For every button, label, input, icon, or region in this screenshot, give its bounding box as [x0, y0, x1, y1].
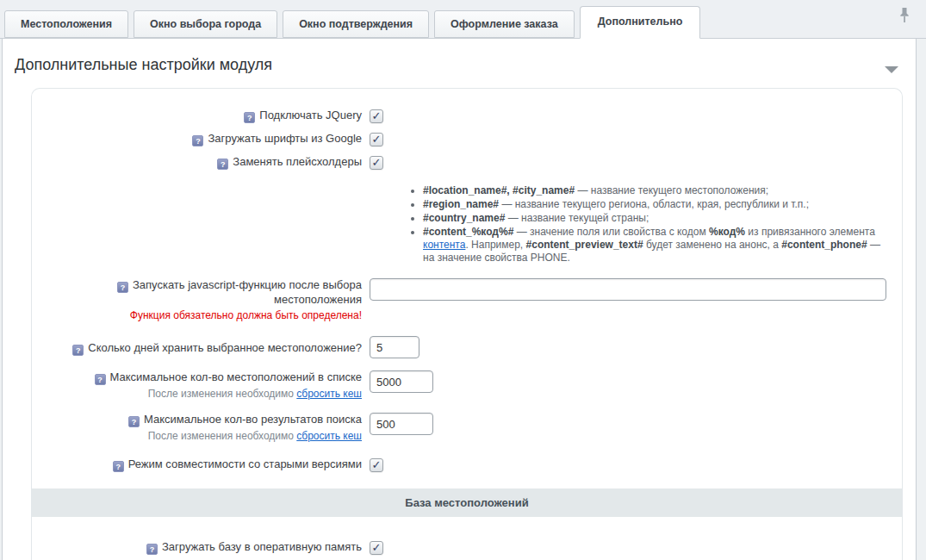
- row-compat: ?Режим совместимости со старыми версиями…: [32, 453, 902, 476]
- days-keep-input[interactable]: [370, 336, 419, 358]
- tab[interactable]: Окно подтверждения: [283, 10, 429, 38]
- field-label: ?Подключать JQuery: [32, 109, 370, 123]
- row-placeholders: ?Заменять плейсхолдеры ✓: [32, 151, 902, 174]
- tab-bar: МестоположенияОкно выбора городаОкно под…: [0, 0, 926, 39]
- field-label: ?Загружать базу в оперативную память: [32, 540, 370, 555]
- reset-cache-link[interactable]: сбросить кеш: [296, 388, 362, 400]
- tab[interactable]: Окно выбора города: [134, 10, 277, 38]
- compat-checkbox[interactable]: ✓: [370, 458, 383, 472]
- help-icon[interactable]: ?: [192, 135, 203, 146]
- js-function-input[interactable]: [370, 278, 886, 301]
- checkmark-icon: ✓: [370, 134, 382, 146]
- row-google-fonts: ?Загружать шрифты из Google ✓: [32, 128, 902, 151]
- field-label: ?Режим совместимости со старыми версиями: [32, 457, 370, 472]
- row-max-search: ?Максимальное кол-во результатов поиска …: [32, 413, 902, 443]
- help-icon[interactable]: ?: [95, 374, 106, 385]
- help-icon[interactable]: ?: [217, 159, 228, 170]
- help-icon[interactable]: ?: [146, 544, 158, 555]
- ram-checkbox[interactable]: ✓: [370, 541, 383, 555]
- row-jquery: ?Подключать JQuery ✓: [32, 104, 902, 128]
- google-fonts-checkbox[interactable]: ✓: [370, 133, 383, 146]
- help-icon[interactable]: ?: [113, 461, 124, 472]
- field-label: ?Заменять плейсхолдеры: [32, 155, 370, 170]
- max-locations-input[interactable]: [370, 370, 433, 393]
- content-link[interactable]: контента: [423, 239, 465, 251]
- js-function-warning: Функция обязательно должна быть определе…: [32, 308, 362, 322]
- tab[interactable]: Дополнительно: [580, 6, 701, 39]
- row-js-function: ?Запускать javascript-функцию после выбо…: [32, 278, 902, 322]
- jquery-checkbox[interactable]: ✓: [370, 109, 383, 123]
- bullet-item: #location_name#, #city_name# — название …: [423, 184, 893, 197]
- checkmark-icon: ✓: [370, 459, 382, 471]
- field-label: ?Максимальное кол-во местоположений в сп…: [32, 370, 370, 401]
- checkmark-icon: ✓: [370, 542, 382, 554]
- field-label: ?Сколько дней хранить выбранное местопол…: [32, 336, 370, 356]
- placeholders-help-block: #location_name#, #city_name# — название …: [408, 184, 893, 264]
- checkmark-icon: ✓: [370, 157, 382, 169]
- panel-header: Дополнительные настройки модуля: [3, 39, 916, 81]
- row-days-keep: ?Сколько дней хранить выбранное местопол…: [32, 336, 902, 358]
- row-ram: ?Загружать базу в оперативную память ✓: [32, 536, 902, 559]
- row-max-locations: ?Максимальное кол-во местоположений в сп…: [32, 370, 902, 401]
- bullet-item: #country_name# — название текущей страны…: [423, 212, 893, 225]
- reset-cache-note: После изменения необходимо сбросить кеш: [32, 429, 362, 443]
- section-band: База местоположений: [32, 488, 902, 517]
- field-label: ?Запускать javascript-функцию после выбо…: [32, 278, 370, 322]
- settings-panel: Дополнительные настройки модуля ?Подключ…: [2, 39, 917, 560]
- reset-cache-note: После изменения необходимо сбросить кеш: [32, 387, 362, 401]
- field-label: ?Загружать шрифты из Google: [32, 132, 370, 146]
- field-label: ?Максимальное кол-во результатов поиска …: [32, 413, 370, 443]
- settings-form: ?Подключать JQuery ✓ ?Загружать шрифты и…: [31, 88, 903, 560]
- help-icon[interactable]: ?: [244, 112, 255, 123]
- bullet-item: #region_name# — название текущего регион…: [423, 198, 893, 211]
- tab-list: МестоположенияОкно выбора городаОкно под…: [4, 6, 705, 38]
- help-icon[interactable]: ?: [117, 282, 128, 293]
- tab[interactable]: Местоположения: [4, 10, 128, 38]
- help-icon[interactable]: ?: [72, 345, 84, 356]
- bullet-item: #content_%код%# — значение поля или свой…: [423, 226, 893, 264]
- help-icon[interactable]: ?: [128, 416, 140, 427]
- pushpin-icon[interactable]: [898, 7, 910, 26]
- placeholders-checkbox[interactable]: ✓: [370, 156, 383, 170]
- bullet-list: #location_name#, #city_name# — название …: [408, 184, 893, 264]
- checkmark-icon: ✓: [370, 110, 382, 122]
- tab[interactable]: Оформление заказа: [434, 10, 575, 38]
- max-search-input[interactable]: [370, 413, 433, 435]
- page-title: Дополнительные настройки модуля: [15, 56, 904, 74]
- collapse-arrow-icon[interactable]: [885, 66, 898, 73]
- reset-cache-link[interactable]: сбросить кеш: [296, 430, 362, 442]
